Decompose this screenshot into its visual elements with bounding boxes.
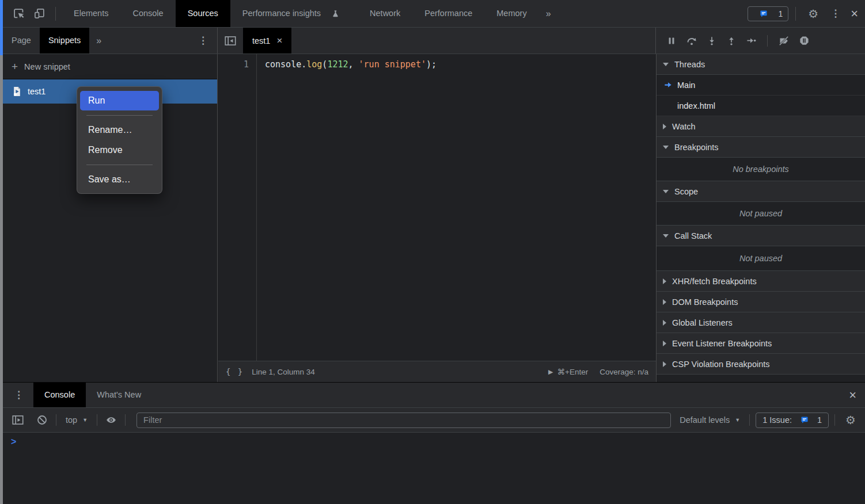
close-drawer-icon[interactable]: ×	[840, 388, 865, 403]
section-threads-label: Threads	[674, 60, 705, 69]
log-levels-selector[interactable]: Default levels ▼	[676, 415, 743, 425]
tab-memory[interactable]: Memory	[484, 0, 538, 27]
inspect-element-icon[interactable]	[8, 3, 29, 24]
toolbar-divider	[795, 7, 796, 21]
context-menu-remove-label: Remove	[88, 145, 123, 155]
toolbar-divider	[767, 35, 768, 47]
pretty-print-icon[interactable]: { }	[226, 367, 244, 376]
tab-page[interactable]: Page	[3, 28, 40, 54]
tab-sources-label: Sources	[188, 0, 218, 27]
drawer-more-options-kebab-icon[interactable]: ⋮	[3, 389, 33, 401]
editor-code-area[interactable]: console.log(1212, 'run snippet');	[257, 54, 656, 361]
more-navigator-tabs-icon[interactable]: »	[89, 36, 108, 46]
tab-elements[interactable]: Elements	[62, 0, 120, 27]
context-menu-remove[interactable]: Remove	[80, 140, 159, 160]
thread-row-main[interactable]: Main	[657, 75, 865, 96]
console-messages-area[interactable]: >	[3, 433, 865, 503]
dropdown-caret-icon: ▼	[735, 417, 740, 423]
issues-counter-badge[interactable]: 1	[748, 6, 788, 21]
settings-gear-icon[interactable]: ⚙	[802, 7, 825, 21]
section-dom-breakpoints[interactable]: DOM Breakpoints	[657, 292, 865, 312]
thread-row-index-html[interactable]: index.html	[657, 96, 865, 116]
console-prompt-chevron-icon[interactable]: >	[11, 437, 16, 447]
tab-console[interactable]: Console	[120, 0, 175, 27]
tab-performance-insights-label: Performance insights	[242, 0, 321, 27]
call-stack-note-text: Not paused	[739, 254, 782, 263]
snippet-name: test1	[28, 87, 45, 96]
editor-tab-title: test1	[252, 36, 270, 45]
drawer-tab-console-label: Console	[44, 390, 75, 399]
disclosure-expanded-icon	[663, 146, 669, 149]
toolbar-divider	[97, 414, 97, 426]
run-snippet-triangle-icon[interactable]: ▶	[548, 368, 553, 376]
plus-icon: +	[12, 60, 18, 73]
step-into-icon[interactable]	[707, 36, 717, 46]
toolbar-divider	[749, 414, 750, 426]
run-shortcut: ⌘+Enter	[557, 367, 589, 376]
hide-navigator-icon[interactable]	[223, 35, 237, 47]
drawer-tab-whats-new[interactable]: What's New	[86, 383, 152, 407]
thread-index-label: index.html	[677, 101, 715, 110]
disclosure-collapsed-icon	[663, 299, 666, 305]
step-out-icon[interactable]	[726, 36, 737, 46]
beaker-icon	[325, 3, 346, 24]
editor-tab-test1[interactable]: test1 ×	[243, 28, 291, 54]
section-xhr-fetch-label: XHR/fetch Breakpoints	[672, 277, 757, 286]
context-menu-save-as[interactable]: Save as…	[80, 170, 159, 189]
tab-network[interactable]: Network	[358, 0, 412, 27]
section-global-listeners[interactable]: Global Listeners	[657, 312, 865, 333]
show-console-sidebar-icon[interactable]	[10, 412, 26, 428]
console-filter-input[interactable]	[136, 413, 671, 428]
section-global-listeners-label: Global Listeners	[672, 318, 733, 327]
tab-performance-insights[interactable]: Performance insights	[230, 0, 358, 27]
deactivate-breakpoints-icon[interactable]	[778, 35, 790, 47]
more-tabs-icon[interactable]: »	[539, 9, 558, 19]
pause-script-icon[interactable]	[666, 36, 677, 46]
more-options-kebab-icon[interactable]: ⋮	[825, 7, 846, 20]
section-watch[interactable]: Watch	[657, 116, 865, 137]
close-devtools-icon[interactable]: ×	[846, 6, 865, 21]
section-dom-label: DOM Breakpoints	[672, 297, 738, 307]
device-toolbar-icon[interactable]	[29, 3, 50, 24]
disclosure-collapsed-icon	[663, 124, 666, 129]
toolbar-divider	[55, 7, 56, 21]
debugger-toolbar	[657, 28, 865, 54]
section-call-stack-label: Call Stack	[674, 231, 712, 240]
context-menu-rename[interactable]: Rename…	[80, 120, 159, 140]
code-editor: 1 console.log(1212, 'run snippet'); { } …	[218, 54, 656, 382]
editor-gutter[interactable]: 1	[218, 54, 257, 361]
tab-console-label: Console	[132, 0, 163, 27]
line-number: 1	[244, 59, 249, 70]
step-over-icon[interactable]	[686, 35, 697, 47]
close-tab-icon[interactable]: ×	[276, 35, 282, 47]
section-csp-violation-breakpoints[interactable]: CSP Violation Breakpoints	[657, 354, 865, 375]
new-snippet-label: New snippet	[24, 62, 70, 71]
step-icon[interactable]	[746, 35, 757, 46]
tab-performance[interactable]: Performance	[412, 0, 484, 27]
pause-on-exceptions-icon[interactable]	[799, 35, 810, 46]
issues-bubble-icon	[753, 3, 774, 24]
tab-snippets[interactable]: Snippets	[40, 28, 89, 54]
section-threads[interactable]: Threads	[657, 54, 865, 75]
code-token-method: log	[306, 59, 322, 70]
context-menu-run[interactable]: Run	[80, 91, 159, 110]
section-scope[interactable]: Scope	[657, 181, 865, 202]
javascript-context-selector[interactable]: top ▼	[62, 415, 91, 425]
section-event-listener-breakpoints[interactable]: Event Listener Breakpoints	[657, 333, 865, 354]
console-settings-gear-icon[interactable]: ⚙	[841, 413, 858, 427]
tab-memory-label: Memory	[496, 0, 526, 27]
live-expression-eye-icon[interactable]	[103, 412, 119, 428]
clear-console-icon[interactable]	[34, 412, 50, 428]
section-breakpoints[interactable]: Breakpoints	[657, 137, 865, 158]
disclosure-expanded-icon	[663, 190, 669, 193]
issues-button[interactable]: 1 Issue: 1	[756, 413, 829, 428]
navigator-tabs: Page Snippets » ⋮	[3, 28, 218, 54]
section-call-stack[interactable]: Call Stack	[657, 226, 865, 246]
code-token-string: 'run snippet'	[359, 59, 426, 70]
new-snippet-button[interactable]: + New snippet	[3, 54, 217, 79]
section-xhr-fetch-breakpoints[interactable]: XHR/fetch Breakpoints	[657, 271, 865, 292]
navigator-more-options-kebab-icon[interactable]: ⋮	[192, 35, 214, 47]
call-stack-not-paused-note: Not paused	[657, 246, 865, 271]
tab-sources[interactable]: Sources	[176, 0, 230, 27]
drawer-tab-console[interactable]: Console	[33, 383, 86, 407]
